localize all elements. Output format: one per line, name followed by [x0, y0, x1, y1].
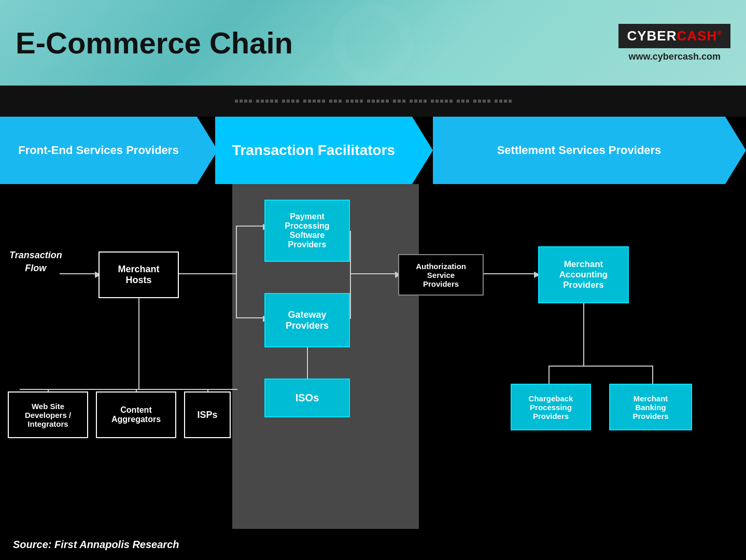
line-vertical-down	[236, 273, 237, 317]
authorization-service-box: Authorization Service Providers	[398, 254, 484, 296]
logo-area: CYBERCASH® www.cybercash.com	[618, 24, 730, 62]
line-to-auth	[350, 273, 397, 274]
page-title: E-Commerce Chain	[16, 25, 293, 60]
source-label: Source:	[13, 539, 51, 550]
line-to-gateway	[236, 317, 264, 318]
web-site-box: Web Site Developers / Integrators	[8, 391, 88, 438]
merchant-accounting-box: Merchant Accounting Providers	[538, 246, 629, 303]
line-to-payment	[236, 226, 264, 227]
isos-box: ISOs	[264, 379, 350, 417]
isps-box: ISPs	[184, 391, 231, 438]
drop-web	[48, 389, 49, 391]
diagram: Transaction Flow ▶ Merchant Hosts ▶ ▶ Pa…	[0, 184, 746, 529]
merchant-banking-box: Merchant Banking Providers	[609, 384, 692, 430]
source-citation: Source: First Annapolis Research	[13, 539, 179, 551]
line-to-banking	[652, 366, 653, 384]
dot-decoration	[235, 100, 252, 103]
line-auth-to-accounting	[484, 273, 536, 274]
payment-processing-box: Payment Processing Software Providers	[264, 200, 350, 262]
dark-banner	[0, 86, 746, 117]
transaction-arrow: Transaction Facilitators	[215, 117, 433, 184]
front-end-label: Front-End Services Providers	[18, 144, 178, 157]
drop-isp	[207, 389, 208, 391]
line-gateway-to-isos	[307, 347, 308, 379]
arrow-txn-to-merchant	[60, 273, 96, 274]
drop-content	[136, 389, 137, 391]
gateway-providers-box: Gateway Providers	[264, 293, 350, 347]
merchant-hosts-box: Merchant Hosts	[98, 251, 179, 298]
settlement-label: Settlement Services Providers	[497, 144, 661, 157]
settlement-arrow: Settlement Services Providers	[433, 117, 746, 184]
transaction-flow-label: Transaction Flow	[9, 249, 62, 275]
chargeback-box: Chargeback Processing Providers	[511, 384, 591, 430]
line-accounting-down	[583, 303, 584, 366]
source-text: First Annapolis Research	[54, 539, 179, 550]
logo-url: www.cybercash.com	[618, 51, 730, 62]
line-down-from-merchant	[138, 298, 139, 389]
logo-text: CYBERCASH®	[627, 28, 722, 44]
line-bottom-split	[548, 366, 652, 367]
header: E-Commerce Chain CYBERCASH® www.cybercas…	[0, 0, 746, 86]
line-to-chargeback	[548, 366, 550, 384]
line-bottom-left	[20, 389, 237, 390]
front-end-arrow: Front-End Services Providers	[0, 117, 218, 184]
transaction-label: Transaction Facilitators	[232, 142, 395, 159]
line-right-of-boxes	[350, 231, 351, 319]
process-flow-arrows: Front-End Services Providers Transaction…	[0, 117, 746, 184]
line-vertical-up	[236, 226, 237, 275]
logo-box: CYBERCASH®	[618, 24, 730, 48]
content-aggregators-box: Content Aggregators	[96, 391, 176, 438]
line-merchant-to-center	[179, 273, 236, 274]
